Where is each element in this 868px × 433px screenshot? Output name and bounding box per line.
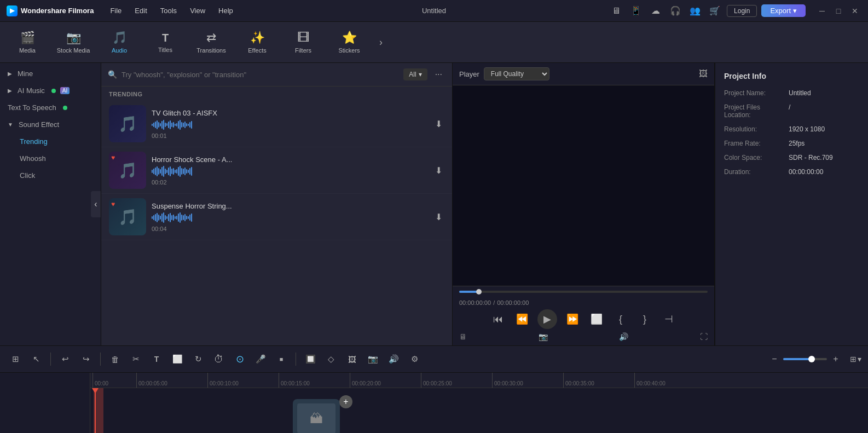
sidebar-item-trending[interactable]: Trending xyxy=(0,133,101,150)
menu-view[interactable]: View xyxy=(184,4,211,17)
waveform-bar xyxy=(189,122,190,128)
volume-button[interactable]: 🔊 xyxy=(619,332,628,341)
sidebar-collapse-button[interactable]: ‹ xyxy=(91,191,101,217)
cut-button[interactable]: ✂ xyxy=(127,350,144,368)
select-tool-button[interactable]: ↖ xyxy=(27,350,45,368)
export-button[interactable]: Export ▾ xyxy=(761,4,806,17)
zoom-track[interactable] xyxy=(783,358,827,360)
keyframe-button[interactable]: ◇ xyxy=(322,350,340,368)
waveform-bar xyxy=(168,214,169,221)
zoom-in-button[interactable]: + xyxy=(829,353,842,366)
info-label-resolution: Resolution: xyxy=(724,125,784,133)
transitions-label: Transitions xyxy=(196,47,225,54)
waveform-bar xyxy=(152,216,153,219)
toolbar-media[interactable]: 🎬 Media xyxy=(5,25,49,60)
screenshot-button[interactable]: 📷 xyxy=(539,332,548,341)
search-more-button[interactable]: ··· xyxy=(432,68,445,80)
grid-button[interactable]: ⊞ ▾ xyxy=(850,355,861,363)
zoom-out-button[interactable]: − xyxy=(768,353,781,366)
info-row-duration: Duration: 00:00:00:00 xyxy=(724,168,859,176)
audio-mix-button[interactable]: 🔊 xyxy=(385,350,402,368)
ripple-edit-button[interactable]: ⊣ xyxy=(660,310,678,328)
menu-tools[interactable]: Tools xyxy=(155,4,182,17)
toolbar-more-button[interactable]: › xyxy=(373,25,389,60)
search-icon: 🔍 xyxy=(108,70,117,79)
fullscreen-button[interactable]: ⛶ xyxy=(700,332,708,341)
download-icon-horror[interactable]: ⬇ xyxy=(433,163,444,178)
tablet-icon[interactable]: 📱 xyxy=(628,3,644,19)
sidebar-item-sound-effect[interactable]: ▼ Sound Effect xyxy=(0,116,101,133)
cart-icon[interactable]: 🛒 xyxy=(707,3,722,19)
sidebar-item-click[interactable]: Click xyxy=(0,167,101,184)
headset-icon[interactable]: 🎧 xyxy=(668,3,683,19)
maximize-button[interactable]: □ xyxy=(832,4,845,18)
photo-button[interactable]: 🖼 xyxy=(343,350,361,368)
voice-button[interactable]: 🎤 xyxy=(252,350,269,368)
users-icon[interactable]: 👥 xyxy=(687,3,703,19)
info-label-colorspace: Color Space: xyxy=(724,154,784,161)
waveform-bar xyxy=(158,168,159,175)
menu-help[interactable]: Help xyxy=(213,4,239,17)
sidebar-item-whoosh[interactable]: Whoosh xyxy=(0,150,101,167)
menu-file[interactable]: File xyxy=(105,4,127,17)
info-label-framerate: Frame Rate: xyxy=(724,140,784,147)
frame-forward-button[interactable]: ⏩ xyxy=(564,310,581,328)
color-button[interactable]: ⊙ xyxy=(231,350,248,368)
crop-button[interactable]: ⬜ xyxy=(169,350,186,368)
delete-button[interactable]: 🗑 xyxy=(106,350,124,368)
sidebar-item-text-to-speech[interactable]: Text To Speech xyxy=(0,99,101,116)
toolbar-titles[interactable]: T Titles xyxy=(143,25,187,60)
sound-duration-tv-glitch: 00:01 xyxy=(152,132,427,139)
download-icon-tv-glitch[interactable]: ⬇ xyxy=(433,117,444,131)
screenshot-tl-button[interactable]: 📷 xyxy=(364,350,381,368)
login-button[interactable]: Login xyxy=(727,5,757,17)
cloud-download-icon[interactable]: ☁ xyxy=(648,3,663,19)
search-bar: 🔍 All ▾ ··· xyxy=(101,63,452,86)
redo-button[interactable]: ↪ xyxy=(77,350,95,368)
waveform-bar xyxy=(152,170,153,173)
rotate-button[interactable]: ↻ xyxy=(189,350,207,368)
split-view-button[interactable]: ⊞ xyxy=(7,350,24,368)
skip-forward-button[interactable]: ⬜ xyxy=(588,310,605,328)
toolbar-stickers[interactable]: ⭐ Stickers xyxy=(327,25,371,60)
frame-back-button[interactable]: ⏪ xyxy=(513,310,531,328)
add-media-button[interactable]: + xyxy=(339,395,352,408)
play-button[interactable]: ▶ xyxy=(537,309,557,329)
progress-thumb[interactable] xyxy=(476,289,482,295)
toolbar-transitions[interactable]: ⇄ Transitions xyxy=(189,25,233,60)
snap-button[interactable]: 🔲 xyxy=(302,350,319,368)
extra-button[interactable]: ⚙ xyxy=(406,350,423,368)
download-icon-suspense[interactable]: ⬇ xyxy=(433,210,444,224)
minimize-button[interactable]: ─ xyxy=(815,4,829,18)
sound-item-horror-shock[interactable]: ♥ 🎵 Horror Shock Scene - A... xyxy=(101,147,452,194)
waveform-bar xyxy=(166,123,167,126)
quality-select[interactable]: Full Quality Half Quality Quarter Qualit… xyxy=(484,67,549,80)
toolbar-filters[interactable]: 🎞 Filters xyxy=(281,25,325,60)
filter-button[interactable]: All ▾ xyxy=(403,68,427,80)
search-input[interactable] xyxy=(121,71,399,79)
monitor-button[interactable]: 🖥 xyxy=(459,332,467,341)
toolbar-audio[interactable]: 🎵 Audio xyxy=(97,25,141,60)
sidebar-item-ai-music[interactable]: ▶ AI Music AI xyxy=(0,82,101,99)
menu-edit[interactable]: Edit xyxy=(129,4,152,17)
progress-bar[interactable] xyxy=(459,291,708,293)
sound-item-tv-glitch[interactable]: 🎵 TV Glitch 03 - AISFX xyxy=(101,101,452,147)
image-icon[interactable]: 🖼 xyxy=(699,69,708,79)
speed-button[interactable]: ⏱ xyxy=(210,350,228,368)
toolbar-stock-media[interactable]: 📷 Stock Media xyxy=(51,25,95,60)
close-button[interactable]: ✕ xyxy=(848,4,861,18)
sidebar-item-mine[interactable]: ▶ Mine xyxy=(0,65,101,82)
waveform-bar xyxy=(173,122,174,128)
waveform-bar xyxy=(168,168,169,175)
mark-out-button[interactable]: } xyxy=(636,310,653,328)
sound-item-suspense[interactable]: ♥ 🎵 Suspense Horror String... xyxy=(101,194,452,240)
text-tool-button[interactable]: T xyxy=(148,350,165,368)
music-note-icon: 🎵 xyxy=(118,161,137,180)
toolbar-effects[interactable]: ✨ Effects xyxy=(235,25,279,60)
mark-in-button[interactable]: { xyxy=(612,310,629,328)
zoom-thumb[interactable] xyxy=(808,356,815,362)
subtitle-button[interactable]: ■ xyxy=(273,350,290,368)
undo-button[interactable]: ↩ xyxy=(56,350,74,368)
monitor-icon[interactable]: 🖥 xyxy=(609,3,624,19)
skip-back-button[interactable]: ⏮ xyxy=(489,310,507,328)
